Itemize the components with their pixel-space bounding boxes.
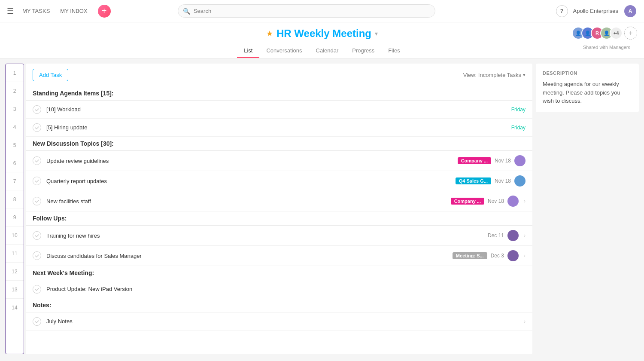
- task-row[interactable]: [5] Hiring updateFriday: [26, 119, 532, 137]
- task-check-icon[interactable]: [33, 156, 41, 165]
- tab-bar: List Conversations Calendar Progress Fil…: [237, 44, 407, 58]
- task-name: Quarterly report updates: [46, 178, 456, 184]
- task-check-icon[interactable]: [33, 123, 41, 132]
- member-more[interactable]: +4: [610, 27, 623, 40]
- row-number-6: 6: [6, 154, 24, 172]
- tab-list[interactable]: List: [237, 44, 259, 58]
- task-meta: Meeting: S...Dec 3›: [453, 250, 526, 261]
- task-check-icon[interactable]: [33, 317, 41, 326]
- tab-files[interactable]: Files: [381, 44, 407, 58]
- task-row[interactable]: Discuss candidates for Sales ManagerMeet…: [26, 246, 532, 266]
- task-check-icon[interactable]: [33, 251, 41, 260]
- task-row[interactable]: Product Update: New iPad Version: [26, 280, 532, 298]
- task-row[interactable]: Quarterly report updatesQ4 Sales G...Nov…: [26, 171, 532, 191]
- task-meta: Company ...Nov 18›: [451, 196, 526, 207]
- row-number-3: 3: [6, 100, 24, 118]
- view-filter-button[interactable]: View: Incomplete Tasks ▾: [463, 72, 526, 78]
- nav-right: ? Apollo Enterprises A: [556, 4, 638, 18]
- task-name: New facilities staff: [46, 198, 451, 205]
- right-sidebar: DESCRIPTION Meeting agenda for our weekl…: [536, 64, 639, 354]
- view-label: View: Incomplete Tasks: [463, 72, 521, 78]
- task-name: Update review guidelines: [46, 158, 458, 164]
- row-number-7: 7: [6, 172, 24, 190]
- task-name: [10] Workload: [46, 106, 511, 113]
- task-tag-badge: Company ...: [458, 157, 491, 164]
- row-number-2: 2: [6, 82, 24, 100]
- title-chevron-icon[interactable]: ▾: [375, 30, 378, 37]
- task-avatar: [514, 175, 526, 187]
- task-meta: Friday: [511, 125, 526, 131]
- title-row: ★ HR Weekly Meeting ▾: [266, 28, 378, 40]
- hamburger-icon[interactable]: ☰: [7, 6, 14, 16]
- row-number-1: 1: [6, 64, 24, 82]
- task-check-icon[interactable]: [33, 105, 41, 114]
- task-row[interactable]: Training for new hiresDec 11›: [26, 226, 532, 246]
- task-date: Nov 18: [495, 158, 511, 164]
- row-number-12: 12: [6, 263, 24, 281]
- search-icon: 🔍: [183, 8, 190, 15]
- task-meta: Friday: [511, 107, 526, 113]
- task-tag-badge: Meeting: S...: [453, 252, 487, 259]
- search-container: 🔍: [178, 4, 435, 18]
- section-header: Follow Ups:: [26, 211, 532, 226]
- task-date: Nov 18: [495, 178, 511, 184]
- tab-progress[interactable]: Progress: [345, 44, 381, 58]
- add-button[interactable]: +: [98, 5, 111, 18]
- task-toolbar: Add Task View: Incomplete Tasks ▾: [26, 69, 532, 86]
- add-task-button[interactable]: Add Task: [33, 69, 68, 81]
- task-name: Product Update: New iPad Version: [46, 286, 526, 292]
- tab-calendar[interactable]: Calendar: [309, 44, 346, 58]
- task-date: Dec 3: [491, 253, 504, 259]
- task-name: [5] Hiring update: [46, 124, 511, 131]
- task-row[interactable]: Update review guidelinesCompany ...Nov 1…: [26, 151, 532, 171]
- task-meta: ›: [522, 318, 526, 324]
- shared-label: Shared with Managers: [583, 45, 630, 50]
- nav-my-tasks[interactable]: MY TASKS: [22, 8, 50, 14]
- section-header: New Discussion Topics [30]:: [26, 137, 532, 151]
- help-button[interactable]: ?: [556, 5, 568, 17]
- task-expand-icon[interactable]: ›: [524, 233, 526, 239]
- task-check-icon[interactable]: [33, 285, 41, 294]
- add-member-button[interactable]: +: [624, 27, 637, 40]
- row-number-5: 5: [6, 136, 24, 154]
- task-avatar: [507, 196, 519, 207]
- task-avatar: [507, 230, 519, 241]
- title-area: ★ HR Weekly Meeting ▾ List Conversations…: [0, 22, 644, 58]
- row-number-8: 8: [6, 190, 24, 208]
- task-check-icon[interactable]: [33, 177, 41, 185]
- task-list-panel: Add Task View: Incomplete Tasks ▾ Standi…: [26, 64, 532, 354]
- task-row[interactable]: July Notes›: [26, 312, 532, 330]
- task-rows-container: Standing Agenda Items [15]:[10] Workload…: [26, 86, 532, 330]
- task-check-icon[interactable]: [33, 231, 41, 240]
- top-nav: ☰ MY TASKS MY INBOX + 🔍 ? Apollo Enterpr…: [0, 0, 644, 22]
- row-number-10: 10: [6, 226, 24, 245]
- row-number-13: 13: [6, 281, 24, 299]
- section-header: Notes:: [26, 298, 532, 312]
- tab-conversations[interactable]: Conversations: [259, 44, 309, 58]
- task-expand-icon[interactable]: ›: [524, 198, 526, 204]
- member-avatars: 👤 👤 R 👤 +4 +: [572, 27, 637, 40]
- task-row[interactable]: [10] WorkloadFriday: [26, 101, 532, 119]
- task-avatar: [507, 250, 519, 261]
- search-input[interactable]: [178, 4, 435, 18]
- star-icon: ★: [266, 29, 273, 38]
- task-meta: Company ...Nov 18: [458, 155, 526, 166]
- section-header: Standing Agenda Items [15]:: [26, 86, 532, 101]
- task-expand-icon[interactable]: ›: [524, 253, 526, 259]
- task-avatar: [514, 155, 526, 166]
- project-title[interactable]: HR Weekly Meeting: [276, 28, 371, 40]
- task-meta: Dec 11›: [488, 230, 526, 241]
- members-area: 👤 👤 R 👤 +4 + Shared with Managers: [572, 27, 637, 40]
- task-row[interactable]: New facilities staffCompany ...Nov 18›: [26, 191, 532, 211]
- task-expand-icon[interactable]: ›: [524, 318, 526, 324]
- description-title: DESCRIPTION: [543, 70, 632, 76]
- row-number-4: 4: [6, 118, 24, 136]
- row-numbers-sidebar: 1234567891011121314: [5, 64, 24, 354]
- task-date: Dec 11: [488, 233, 504, 239]
- user-avatar[interactable]: A: [623, 4, 637, 18]
- main-content: 1234567891011121314 Add Task View: Incom…: [0, 58, 644, 359]
- task-name: Training for new hires: [46, 233, 488, 239]
- task-date: Nov 18: [488, 198, 504, 204]
- nav-my-inbox[interactable]: MY INBOX: [60, 8, 87, 14]
- task-check-icon[interactable]: [33, 197, 41, 205]
